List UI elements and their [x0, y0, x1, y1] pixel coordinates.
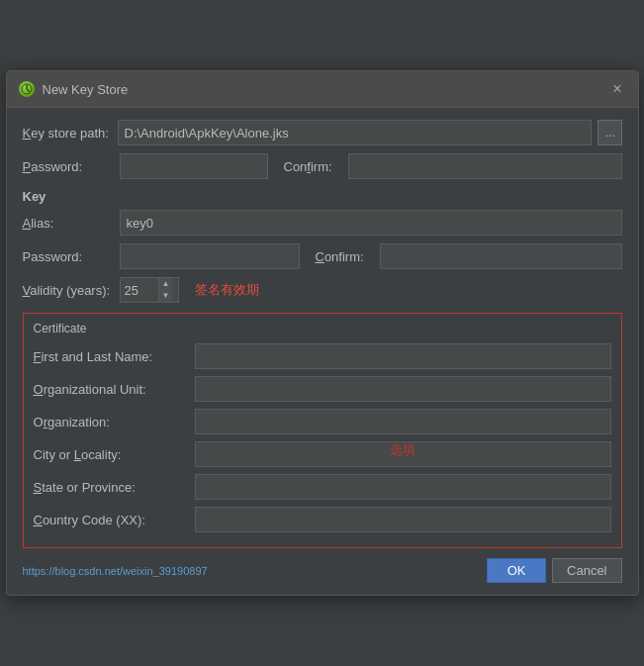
validity-decrement-button[interactable]: ▼ [159, 290, 173, 302]
alias-input[interactable] [120, 210, 622, 236]
validity-note: 签名有效期 [195, 281, 259, 299]
validity-row: Validity (years): ▲ ▼ 签名有效期 [23, 277, 622, 303]
cert-state-input[interactable] [195, 474, 611, 500]
browse-button[interactable]: ... [598, 120, 621, 145]
certificate-section: Certificate First and Last Name: Organiz… [23, 313, 622, 548]
alias-row: Alias: [23, 210, 622, 236]
key-section-label: Key [23, 189, 622, 204]
new-key-store-dialog: New Key Store × Key store path: ... Pass… [6, 70, 639, 596]
footer-link[interactable]: https://blog.csdn.net/weixin_39190897 [23, 565, 208, 577]
cert-org-unit-row: Organizational Unit: [34, 376, 611, 402]
cert-org-unit-label: Organizational Unit: [34, 382, 187, 397]
ok-button[interactable]: OK [487, 558, 546, 583]
close-button[interactable]: × [608, 79, 625, 99]
cert-country-row: Country Code (XX): [34, 507, 611, 532]
footer-row: https://blog.csdn.net/weixin_39190897 OK… [23, 558, 622, 583]
key-section: Key Alias: Password: Confirm: V [23, 189, 622, 303]
cert-state-row: State or Province: [34, 474, 611, 500]
cert-org-input[interactable] [195, 409, 611, 434]
alias-label: Alias: [23, 216, 112, 231]
keystore-path-row: Key store path: ... [23, 120, 622, 145]
cert-org-unit-input[interactable] [195, 376, 611, 402]
cert-city-label: City or Locality: [34, 447, 187, 462]
cert-city-wrapper: 选填 [195, 441, 611, 467]
keystore-path-label: Key store path: [23, 126, 112, 141]
keystore-password-input[interactable] [120, 153, 268, 179]
cert-country-input[interactable] [195, 507, 611, 532]
cert-city-row: City or Locality: 选填 [34, 441, 611, 467]
validity-label: Validity (years): [23, 283, 112, 298]
keystore-path-input[interactable] [118, 120, 593, 145]
validity-increment-button[interactable]: ▲ [159, 278, 173, 290]
app-icon [19, 81, 35, 97]
dialog-title: New Key Store [43, 82, 129, 97]
key-confirm-input[interactable] [380, 243, 622, 269]
cert-name-label: First and Last Name: [34, 349, 187, 364]
validity-input-wrap: ▲ ▼ [120, 277, 179, 303]
dialog-content: Key store path: ... Password: Confirm: K… [7, 108, 638, 595]
keystore-confirm-label: Confirm: [284, 159, 332, 174]
key-password-row: Password: Confirm: [23, 243, 622, 269]
key-password-label: Password: [23, 249, 112, 264]
keystore-password-label: Password: [23, 159, 112, 174]
certificate-section-label: Certificate [34, 322, 611, 335]
key-password-input[interactable] [120, 243, 300, 269]
button-row: OK Cancel [487, 558, 621, 583]
cert-state-label: State or Province: [34, 480, 187, 495]
cert-city-input[interactable] [195, 441, 611, 467]
cert-country-label: Country Code (XX): [34, 513, 187, 527]
cert-org-row: Organization: [34, 409, 611, 434]
cert-org-label: Organization: [34, 415, 187, 429]
validity-input[interactable] [121, 280, 158, 301]
cert-name-row: First and Last Name: [34, 343, 611, 369]
keystore-confirm-input[interactable] [348, 153, 622, 179]
cert-name-input[interactable] [195, 343, 611, 369]
keystore-password-row: Password: Confirm: [23, 153, 622, 179]
key-confirm-label: Confirm: [316, 249, 364, 264]
title-bar: New Key Store × [7, 71, 638, 108]
cancel-button[interactable]: Cancel [552, 558, 621, 583]
validity-spinner: ▲ ▼ [158, 278, 173, 302]
